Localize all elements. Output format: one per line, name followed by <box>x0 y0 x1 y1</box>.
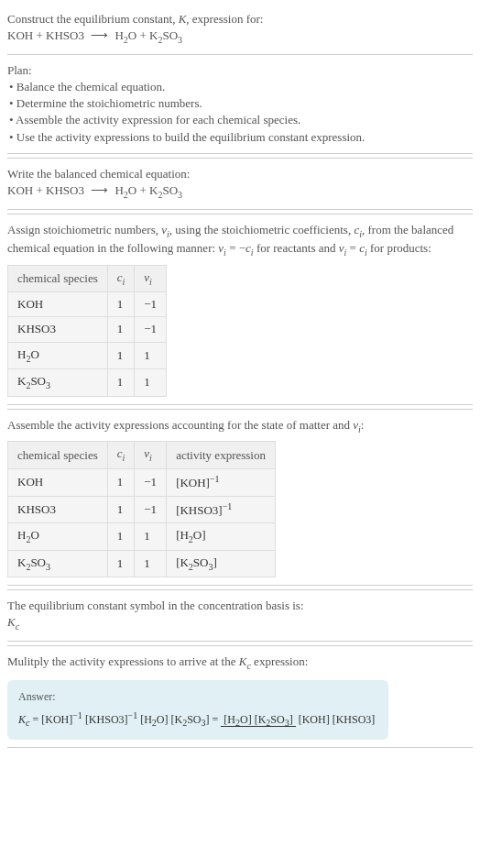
activity-table: chemical species ci νi activity expressi… <box>7 441 276 577</box>
eq-k2so3: K2SO3 <box>149 28 182 42</box>
activity-intro: Assemble the activity expressions accoun… <box>7 417 473 436</box>
eq-lhs: KOH + KHSO3 <box>7 28 84 42</box>
activity-block: Assemble the activity expressions accoun… <box>7 409 473 586</box>
fraction: [H2O] [K2SO3][KOH] [KHSO3] <box>221 712 377 730</box>
table-row: H2O11 <box>8 342 167 369</box>
table-row: KOH1−1 <box>8 292 167 317</box>
table-row: K2SO311[K2SO3] <box>8 550 276 577</box>
symbol-text: The equilibrium constant symbol in the c… <box>7 598 473 614</box>
col-ci: ci <box>107 442 135 469</box>
symbol-kc: Kc <box>7 614 473 633</box>
balanced-block: Write the balanced chemical equation: KO… <box>7 158 473 210</box>
col-species: chemical species <box>8 265 108 292</box>
answer-expression: Kc = [KOH]−1 [KHSO3]−1 [H2O] [K2SO3] = [… <box>18 709 377 730</box>
col-activity: activity expression <box>167 442 276 469</box>
eq-h2o: H2O <box>115 28 136 42</box>
prompt-text-1: Construct the equilibrium constant, <box>7 12 179 26</box>
table-row: H2O11[H2O] <box>8 523 276 551</box>
balanced-title: Write the balanced chemical equation: <box>7 166 473 182</box>
answer-label: Answer: <box>18 689 377 705</box>
arrow-icon: ⟶ <box>91 182 108 199</box>
table-row: KOH1−1[KOH]−1 <box>8 469 276 497</box>
col-species: chemical species <box>8 442 108 469</box>
table-row: KHSO31−1 <box>8 317 167 342</box>
stoich-block: Assign stoichiometric numbers, νi, using… <box>7 214 473 405</box>
table-header-row: chemical species ci νi activity expressi… <box>8 442 276 469</box>
col-ci: ci <box>107 265 135 292</box>
question-prompt: Construct the equilibrium constant, K, e… <box>7 11 473 27</box>
arrow-icon: ⟶ <box>91 27 108 44</box>
multiply-block: Mulitply the activity expressions to arr… <box>7 645 473 748</box>
question-equation: KOH + KHSO3 ⟶ H2O + K2SO3 <box>7 27 473 47</box>
fraction-numerator: [H2O] [K2SO3] <box>221 713 295 727</box>
stoich-table: chemical species ci νi KOH1−1 KHSO31−1 H… <box>7 265 167 397</box>
col-nui: νi <box>135 442 167 469</box>
fraction-denominator: [KOH] [KHSO3] <box>296 713 378 726</box>
table-row: KHSO31−1[KHSO3]−1 <box>8 496 276 523</box>
plan-title: Plan: <box>7 62 473 79</box>
plan-item: • Determine the stoichiometric numbers. <box>9 95 473 112</box>
question-block: Construct the equilibrium constant, K, e… <box>7 7 473 50</box>
symbol-block: The equilibrium constant symbol in the c… <box>7 589 473 642</box>
col-nui: νi <box>135 265 167 292</box>
multiply-text: Mulitply the activity expressions to arr… <box>7 654 473 673</box>
table-header-row: chemical species ci νi <box>8 265 167 292</box>
plan-item: • Balance the chemical equation. <box>9 79 473 95</box>
plan-item: • Assemble the activity expression for e… <box>9 112 473 128</box>
table-row: K2SO311 <box>8 369 167 397</box>
plan-item: • Use the activity expressions to build … <box>9 129 473 146</box>
answer-box: Answer: Kc = [KOH]−1 [KHSO3]−1 [H2O] [K2… <box>7 680 388 740</box>
stoich-intro: Assign stoichiometric numbers, νi, using… <box>7 222 473 259</box>
plan-block: Plan: • Balance the chemical equation. •… <box>7 54 473 154</box>
prompt-text-1b: , expression for: <box>186 12 263 26</box>
balanced-equation: KOH + KHSO3 ⟶ H2O + K2SO3 <box>7 182 473 202</box>
